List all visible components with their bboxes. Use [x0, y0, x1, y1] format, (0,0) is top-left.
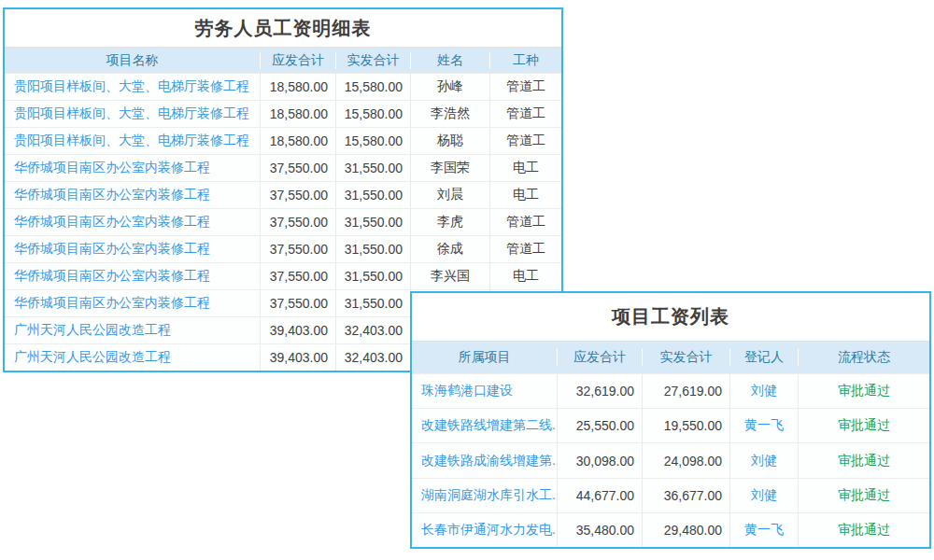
project-link[interactable]: 贵阳项目样板间、大堂、电梯厅装修工程	[5, 101, 261, 127]
table-row: 华侨城项目南区办公室内装修工程 37,550.00 31,550.00 徐成 管…	[5, 235, 561, 262]
payable-value: 37,550.00	[261, 182, 336, 208]
payable-value: 37,550.00	[261, 263, 336, 289]
payable-value: 37,550.00	[261, 236, 336, 262]
registrar-link[interactable]: 黄一飞	[730, 409, 799, 442]
payable-value: 18,580.00	[261, 128, 336, 154]
table-row: 贵阳项目样板间、大堂、电梯厅装修工程 18,580.00 15,580.00 李…	[5, 100, 561, 127]
payable-value: 35,480.00	[558, 513, 643, 547]
paid-value: 32,403.00	[336, 344, 411, 371]
payable-value: 18,580.00	[261, 101, 336, 127]
worker-name: 刘晨	[411, 182, 490, 208]
col-header-paid: 实发合计	[336, 52, 411, 69]
paid-value: 27,619.00	[643, 374, 730, 408]
project-link[interactable]: 华侨城项目南区办公室内装修工程	[5, 236, 261, 262]
table-row: 珠海鹤港口建设 32,619.00 27,619.00 刘健 审批通过	[412, 373, 929, 408]
paid-value: 29,480.00	[643, 513, 730, 547]
labor-table-title: 劳务人员工资明细表	[5, 9, 561, 47]
paid-value: 19,550.00	[643, 409, 730, 442]
paid-value: 24,098.00	[643, 443, 730, 477]
project-link[interactable]: 华侨城项目南区办公室内装修工程	[5, 263, 261, 289]
worker-name: 李虎	[411, 209, 490, 235]
paid-value: 31,550.00	[336, 182, 411, 208]
status-link[interactable]: 审批通过	[799, 374, 929, 408]
col-header-registrar: 登记人	[730, 349, 799, 366]
worker-name: 杨聪	[411, 128, 490, 154]
table-row: 华侨城项目南区办公室内装修工程 37,550.00 31,550.00 李虎 管…	[5, 208, 561, 235]
paid-value: 31,550.00	[336, 236, 411, 262]
job-type: 管道工	[490, 101, 561, 127]
job-type: 管道工	[490, 128, 561, 154]
project-link[interactable]: 广州天河人民公园改造工程	[5, 317, 261, 343]
status-link[interactable]: 审批通过	[799, 513, 929, 547]
project-link[interactable]: 湖南洞庭湖水库引水工...	[412, 479, 558, 512]
job-type: 管道工	[490, 209, 561, 235]
paid-value: 31,550.00	[336, 209, 411, 235]
payable-value: 37,550.00	[261, 209, 336, 235]
project-table-body: 珠海鹤港口建设 32,619.00 27,619.00 刘健 审批通过 改建铁路…	[412, 373, 929, 547]
paid-value: 15,580.00	[336, 128, 411, 154]
table-row: 贵阳项目样板间、大堂、电梯厅装修工程 18,580.00 15,580.00 杨…	[5, 127, 561, 154]
col-header-project: 项目名称	[5, 52, 261, 69]
col-header-paid: 实发合计	[643, 349, 730, 366]
payable-value: 32,619.00	[558, 374, 643, 408]
job-type: 电工	[490, 182, 561, 208]
payable-value: 25,550.00	[558, 409, 643, 442]
project-link[interactable]: 华侨城项目南区办公室内装修工程	[5, 290, 261, 316]
col-header-payable: 应发合计	[261, 52, 336, 69]
paid-value: 31,550.00	[336, 290, 411, 316]
col-header-status: 流程状态	[799, 349, 929, 366]
col-header-project: 所属项目	[412, 349, 558, 366]
table-row: 湖南洞庭湖水库引水工... 44,677.00 36,677.00 刘健 审批通…	[412, 478, 929, 512]
status-link[interactable]: 审批通过	[799, 409, 929, 442]
project-link[interactable]: 华侨城项目南区办公室内装修工程	[5, 155, 261, 181]
payable-value: 39,403.00	[261, 317, 336, 343]
registrar-link[interactable]: 黄一飞	[730, 513, 799, 547]
project-link[interactable]: 改建铁路线增建第二线...	[412, 409, 558, 442]
project-salary-list-table: 项目工资列表 所属项目 应发合计 实发合计 登记人 流程状态 珠海鹤港口建设 3…	[410, 291, 931, 549]
job-type: 电工	[490, 155, 561, 181]
status-link[interactable]: 审批通过	[799, 443, 929, 477]
registrar-link[interactable]: 刘健	[730, 443, 799, 477]
payable-value: 37,550.00	[261, 290, 336, 316]
worker-name: 李兴国	[411, 263, 490, 289]
col-header-payable: 应发合计	[558, 349, 643, 366]
worker-name: 李国荣	[411, 155, 490, 181]
project-link[interactable]: 华侨城项目南区办公室内装修工程	[5, 209, 261, 235]
paid-value: 15,580.00	[336, 74, 411, 100]
registrar-link[interactable]: 刘健	[730, 374, 799, 408]
registrar-link[interactable]: 刘健	[730, 479, 799, 512]
table-row: 改建铁路线增建第二线... 25,550.00 19,550.00 黄一飞 审批…	[412, 408, 929, 442]
paid-value: 32,403.00	[336, 317, 411, 343]
project-link[interactable]: 珠海鹤港口建设	[412, 374, 558, 408]
labor-table-header: 项目名称 应发合计 实发合计 姓名 工种	[5, 47, 561, 73]
project-link[interactable]: 贵阳项目样板间、大堂、电梯厅装修工程	[5, 128, 261, 154]
col-header-name: 姓名	[411, 52, 490, 69]
paid-value: 15,580.00	[336, 101, 411, 127]
col-header-job: 工种	[490, 52, 561, 69]
project-link[interactable]: 改建铁路成渝线增建第...	[412, 443, 558, 477]
paid-value: 31,550.00	[336, 263, 411, 289]
project-link[interactable]: 广州天河人民公园改造工程	[5, 344, 261, 371]
project-table-title: 项目工资列表	[412, 293, 929, 341]
project-link[interactable]: 长春市伊通河水力发电...	[412, 513, 558, 547]
status-link[interactable]: 审批通过	[799, 479, 929, 512]
table-row: 长春市伊通河水力发电... 35,480.00 29,480.00 黄一飞 审批…	[412, 512, 929, 547]
payable-value: 44,677.00	[558, 479, 643, 512]
table-row: 改建铁路成渝线增建第... 30,098.00 24,098.00 刘健 审批通…	[412, 442, 929, 477]
job-type: 管道工	[490, 236, 561, 262]
worker-name: 孙峰	[411, 74, 490, 100]
table-row: 贵阳项目样板间、大堂、电梯厅装修工程 18,580.00 15,580.00 孙…	[5, 73, 561, 100]
project-link[interactable]: 贵阳项目样板间、大堂、电梯厅装修工程	[5, 74, 261, 100]
job-type: 管道工	[490, 74, 561, 100]
payable-value: 30,098.00	[558, 443, 643, 477]
table-row: 华侨城项目南区办公室内装修工程 37,550.00 31,550.00 李兴国 …	[5, 262, 561, 289]
table-row: 华侨城项目南区办公室内装修工程 37,550.00 31,550.00 刘晨 电…	[5, 181, 561, 208]
worker-name: 李浩然	[411, 101, 490, 127]
payable-value: 39,403.00	[261, 344, 336, 371]
payable-value: 18,580.00	[261, 74, 336, 100]
worker-name: 徐成	[411, 236, 490, 262]
paid-value: 36,677.00	[643, 479, 730, 512]
payable-value: 37,550.00	[261, 155, 336, 181]
job-type: 电工	[490, 263, 561, 289]
project-link[interactable]: 华侨城项目南区办公室内装修工程	[5, 182, 261, 208]
